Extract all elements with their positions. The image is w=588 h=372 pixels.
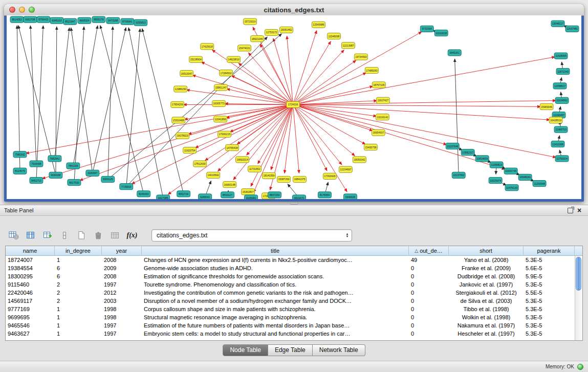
cell-name[interactable]: 22420046 xyxy=(6,289,55,297)
network-view[interactable]: 1724016160614621275317218921046154740311… xyxy=(7,15,581,199)
cell-name[interactable]: 9777169 xyxy=(6,305,55,313)
graph-node[interactable]: 10582317 xyxy=(461,149,474,156)
cell-in_degree[interactable]: 1 xyxy=(55,313,102,321)
cell-name[interactable]: 18724007 xyxy=(6,256,55,264)
cell-out_degree[interactable]: 0 xyxy=(409,297,449,305)
graph-node[interactable]: 8246093 xyxy=(137,191,150,197)
cell-in_degree[interactable]: 6 xyxy=(55,272,102,280)
graph-node[interactable]: 10025974 xyxy=(489,177,502,183)
graph-node[interactable]: 11750924 xyxy=(555,156,569,162)
graph-node[interactable]: 7916408 xyxy=(30,161,43,167)
table-row[interactable]: 977716911998Corpus callosum shape and si… xyxy=(6,305,575,313)
cell-title[interactable]: Estimation of significance thresholds fo… xyxy=(142,272,409,280)
cell-in_degree[interactable]: 2 xyxy=(55,297,102,305)
graph-node[interactable]: 16428519 xyxy=(549,117,562,123)
graph-node[interactable]: 16061462 xyxy=(280,27,293,33)
graph-node[interactable]: 15861247 xyxy=(214,84,228,91)
graph-node[interactable]: 8837209 xyxy=(268,192,281,198)
graph-node[interactable]: 17930215 xyxy=(218,131,231,137)
delete-column-button[interactable] xyxy=(58,229,71,242)
cell-short[interactable]: Yano et al. (2008) xyxy=(449,256,524,264)
cell-in_degree[interactable]: 1 xyxy=(55,330,102,338)
close-button[interactable] xyxy=(9,7,15,13)
graph-node[interactable]: 15983046 xyxy=(540,103,553,110)
cell-pagerank[interactable]: 5.5E-5 xyxy=(524,289,575,297)
cell-year[interactable]: 2008 xyxy=(102,256,142,264)
cell-year[interactable]: 1998 xyxy=(102,313,142,321)
cell-out_degree[interactable]: 0 xyxy=(409,272,449,280)
cell-year[interactable]: 1997 xyxy=(102,280,142,289)
graph-node[interactable]: 8835179 xyxy=(92,16,105,23)
graph-node[interactable]: 9182647 xyxy=(86,170,99,176)
graph-node[interactable]: 15723019 xyxy=(244,18,257,25)
cell-year[interactable]: 2009 xyxy=(102,264,142,272)
graph-node[interactable]: 15495758 xyxy=(364,144,377,150)
graph-node[interactable]: 8452713 xyxy=(30,177,43,183)
graph-node[interactable]: 8309125 xyxy=(101,176,115,182)
graph-node[interactable]: 15310468 xyxy=(172,117,185,123)
minimize-button[interactable] xyxy=(19,7,25,13)
graph-node[interactable]: 14623810 xyxy=(227,56,241,62)
graph-node[interactable]: 16692014 xyxy=(236,157,249,163)
graph-node[interactable]: 12753172 xyxy=(265,29,278,35)
cell-pagerank[interactable]: 5.3E-5 xyxy=(524,280,575,289)
graph-node[interactable]: 13216142 xyxy=(376,114,389,120)
table-row[interactable]: 969969511998Structural magnetic resonanc… xyxy=(6,313,575,321)
cell-year[interactable]: 2003 xyxy=(102,297,142,305)
cell-title[interactable]: Tourette syndrome. Phenomenology and cla… xyxy=(142,280,409,289)
graph-node[interactable]: 9608324 xyxy=(78,17,91,24)
column-header-out_degree[interactable]: △out_de… xyxy=(409,246,449,255)
graph-node[interactable]: 18757105 xyxy=(372,82,385,88)
cell-name[interactable]: 19384554 xyxy=(6,264,55,272)
cell-title[interactable]: Embryonic stem cells: a model to study s… xyxy=(142,330,409,338)
window-titlebar[interactable]: citations_edges.txt xyxy=(4,4,584,16)
graph-node[interactable]: 17425618 xyxy=(201,43,214,50)
graph-node[interactable]: 16841375 xyxy=(293,176,307,182)
graph-node[interactable]: 11634892 xyxy=(555,97,569,103)
cell-in_degree[interactable]: 1 xyxy=(55,256,102,264)
graph-node[interactable]: 12986150 xyxy=(174,86,187,92)
graph-node[interactable]: 12543986 xyxy=(312,21,325,28)
graph-node[interactable]: 7841206 xyxy=(67,163,80,169)
graph-node[interactable]: 8617530 xyxy=(68,179,81,185)
graph-node[interactable]: 9345163 xyxy=(50,17,63,24)
cell-title[interactable]: Structural magnetic resonance image aver… xyxy=(142,313,409,321)
cell-title[interactable]: Corpus callosum shape and size in male p… xyxy=(142,305,409,313)
cell-short[interactable]: Franke et al. (2009) xyxy=(449,264,524,272)
graph-node[interactable]: 15087269 xyxy=(277,176,291,182)
cell-year[interactable]: 1997 xyxy=(102,321,142,330)
cell-year[interactable]: 2012 xyxy=(102,289,142,297)
graph-node[interactable]: 12410368 xyxy=(551,141,564,147)
cell-year[interactable]: 1998 xyxy=(102,305,142,313)
column-header-in_degree[interactable]: in_degree xyxy=(55,246,102,255)
graph-node[interactable]: 17093426 xyxy=(323,173,336,179)
column-header-title[interactable]: title xyxy=(142,246,409,255)
graph-node[interactable]: 9255823 xyxy=(134,19,147,26)
cell-out_degree[interactable]: 0 xyxy=(409,289,449,297)
table-row[interactable]: 2242004622012Investigating the contribut… xyxy=(6,289,575,297)
table-mode-button[interactable] xyxy=(7,229,20,242)
cell-out_degree[interactable]: 49 xyxy=(409,256,449,264)
cell-title[interactable]: Changes of HCN gene expression and I(f) … xyxy=(142,256,409,264)
vertical-scrollbar-thumb[interactable] xyxy=(576,257,581,291)
graph-node[interactable]: 9034168 xyxy=(49,172,62,178)
graph-node[interactable]: 16305773 xyxy=(212,100,226,106)
tab-node-table[interactable]: Node Table xyxy=(223,344,268,356)
graph-node[interactable]: 8614052 xyxy=(10,16,24,23)
cell-year[interactable]: 1997 xyxy=(102,330,142,338)
graph-node[interactable]: 11731802 xyxy=(248,166,262,172)
cell-in_degree[interactable]: 2 xyxy=(55,280,102,289)
graph-node[interactable]: 10237648 xyxy=(446,143,459,149)
graph-node[interactable]: 16513047 xyxy=(180,70,193,76)
delete-table-button[interactable] xyxy=(92,229,105,242)
cell-title[interactable]: Genome-wide association studies in ADHD. xyxy=(142,264,409,272)
show-columns-button[interactable] xyxy=(24,229,37,242)
graph-node[interactable]: 10814659 xyxy=(475,156,489,162)
close-panel-button[interactable]: × xyxy=(575,206,584,214)
cell-out_degree[interactable]: 0 xyxy=(409,280,449,289)
graph-node[interactable]: 8706941 xyxy=(121,18,134,25)
cell-short[interactable]: de Silva et al. (2003) xyxy=(449,297,524,305)
cell-in_degree[interactable]: 1 xyxy=(55,321,102,330)
table-selector-combo[interactable]: citations_edges.txt ▲▼ xyxy=(151,229,352,242)
graph-node[interactable]: 16954937 xyxy=(372,129,385,136)
